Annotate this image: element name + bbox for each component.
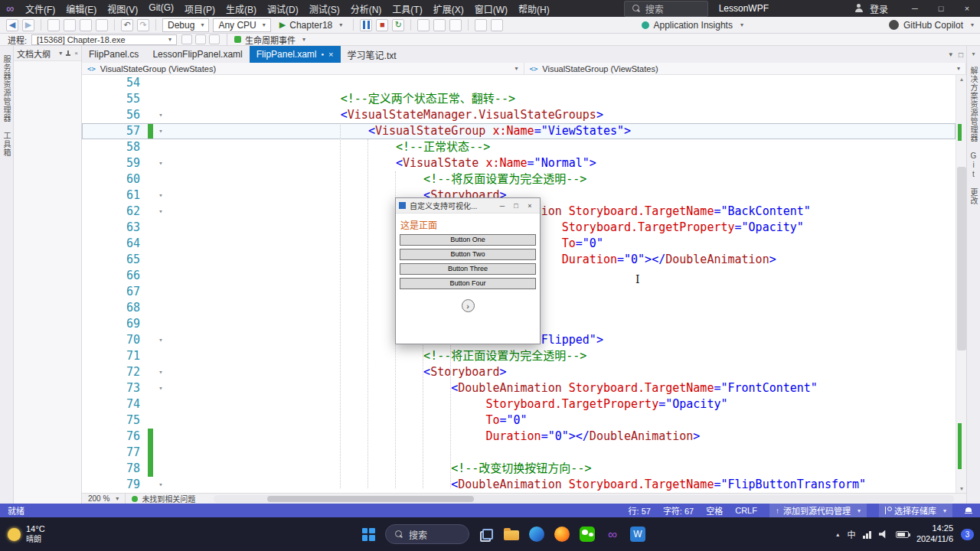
status-column[interactable]: 字符: 67 xyxy=(663,504,694,517)
visual-studio-button[interactable]: ∞ xyxy=(604,525,621,543)
lifecycle-events-dropdown[interactable]: 生命周期事件 ▾ xyxy=(234,34,305,46)
fold-arrow-icon[interactable]: ▾ xyxy=(153,332,168,348)
forward-icon[interactable]: ▶ xyxy=(22,19,34,31)
status-line[interactable]: 行: 57 xyxy=(629,504,651,517)
wpf-app-window[interactable]: 自定义支持可视化... ─□× 这是正面 Button OneButton Tw… xyxy=(395,197,541,344)
snapshot-icon[interactable] xyxy=(209,34,220,44)
menu-item[interactable]: 帮助(H) xyxy=(513,1,555,17)
horizontal-scrollbar[interactable] xyxy=(214,495,954,503)
fold-arrow-icon[interactable]: ▾ xyxy=(153,364,168,380)
clock[interactable]: 14:25 2024/11/6 xyxy=(916,523,953,545)
step-over-icon[interactable] xyxy=(433,19,446,31)
zoom-dropdown[interactable]: 200 % ▾ xyxy=(82,494,126,504)
restart-icon[interactable]: ↻ xyxy=(392,19,404,31)
weather-widget[interactable]: 14°C 晴朗 xyxy=(8,517,45,551)
menu-item[interactable]: 文件(F) xyxy=(20,1,60,17)
chevron-down-icon[interactable]: ▾ xyxy=(967,51,980,57)
side-tab[interactable]: Git 更改 xyxy=(968,152,979,205)
tab-list-chevron-icon[interactable]: ▾ xyxy=(949,51,952,58)
hot-reload-icon[interactable] xyxy=(491,19,503,31)
side-tab[interactable]: 解决方案资源管理器 xyxy=(968,67,979,142)
editor-tab[interactable]: 学习笔记.txt xyxy=(341,46,403,63)
status-eol[interactable]: CRLF xyxy=(735,506,757,515)
flip-button[interactable]: › xyxy=(462,299,475,312)
break-all-icon[interactable] xyxy=(195,34,206,44)
notifications-bell-icon[interactable] xyxy=(965,507,972,514)
wpf-button[interactable]: Button Three xyxy=(400,263,536,275)
scroll-down-icon[interactable]: ▾ xyxy=(956,485,966,492)
side-tab[interactable]: 工具箱 xyxy=(1,132,12,157)
select-repository-button[interactable]: 选择存储库 ▾ xyxy=(879,504,952,517)
scrollbar-thumb[interactable] xyxy=(267,496,474,502)
wpf-close-button[interactable]: × xyxy=(523,199,537,213)
wpf-minimize-button[interactable]: ─ xyxy=(495,199,509,213)
window-close-button[interactable]: × xyxy=(954,0,980,17)
solution-configurations-dropdown[interactable]: Debug▾ xyxy=(162,18,209,32)
fold-arrow-icon[interactable]: ▾ xyxy=(153,187,168,204)
wpf-button[interactable]: Button Four xyxy=(400,278,536,289)
notification-count-badge[interactable]: 3 xyxy=(961,529,974,540)
github-copilot-button[interactable]: GitHub Copilot ▾ xyxy=(889,20,974,31)
status-spaces[interactable]: 空格 xyxy=(706,504,723,517)
step-into-icon[interactable] xyxy=(417,19,430,31)
save-icon[interactable] xyxy=(80,19,92,31)
menu-item[interactable]: 项目(P) xyxy=(179,1,220,17)
ime-indicator[interactable]: 中 xyxy=(847,528,855,540)
wpf-window-titlebar[interactable]: 自定义支持可视化... ─□× xyxy=(396,198,540,214)
menu-item[interactable]: 生成(B) xyxy=(220,1,262,17)
browser-button[interactable] xyxy=(554,525,570,543)
file-explorer-button[interactable] xyxy=(503,525,520,543)
menu-item[interactable]: 工具(T) xyxy=(387,1,427,17)
live-visual-tree-icon[interactable] xyxy=(475,19,487,31)
fold-arrow-icon[interactable]: ▾ xyxy=(153,155,168,171)
window-maximize-button[interactable]: □ xyxy=(928,0,954,17)
pause-icon[interactable] xyxy=(360,19,372,31)
wechat-button[interactable] xyxy=(579,525,596,543)
pin-icon[interactable] xyxy=(65,51,71,57)
start-debugging-button[interactable]: ▶ Chapter18 ▾ xyxy=(275,20,348,31)
open-file-icon[interactable] xyxy=(64,19,76,31)
show-next-statement-icon[interactable] xyxy=(181,34,192,44)
redo-icon[interactable]: ↷ xyxy=(137,19,149,31)
word-button[interactable]: W xyxy=(629,525,646,543)
wpf-button[interactable]: Button Two xyxy=(400,249,536,260)
network-icon[interactable] xyxy=(863,530,871,539)
wpf-maximize-button[interactable]: □ xyxy=(509,199,523,213)
vertical-scrollbar[interactable]: ▴ ▾ xyxy=(956,75,966,493)
menu-item[interactable]: 窗口(W) xyxy=(469,1,513,17)
side-tab[interactable]: 服务器资源管理器 xyxy=(1,55,12,122)
edge-button[interactable] xyxy=(528,525,545,543)
menu-item[interactable]: 视图(V) xyxy=(102,1,143,17)
stop-icon[interactable]: ■ xyxy=(376,19,388,31)
process-dropdown[interactable]: [15368] Chapter-18.exe ▾ xyxy=(31,34,177,45)
add-to-source-control-button[interactable]: ↑ 添加到源代码管理 ▾ xyxy=(769,504,867,517)
start-button[interactable] xyxy=(360,525,377,543)
fold-arrow-icon[interactable]: ▾ xyxy=(153,204,168,220)
quick-search-box[interactable]: 搜索 xyxy=(624,1,708,17)
new-file-icon[interactable] xyxy=(47,19,60,31)
sign-in-link[interactable]: 登录 xyxy=(870,2,888,15)
navbar-element-dropdown-right[interactable]: <> VisualStateGroup (ViewStates) ▾ xyxy=(524,63,967,74)
save-all-icon[interactable] xyxy=(96,19,108,31)
menu-item[interactable]: 测试(S) xyxy=(304,1,345,17)
menu-item[interactable]: 分析(N) xyxy=(345,1,387,17)
step-out-icon[interactable] xyxy=(449,19,462,31)
hidden-icons-chevron[interactable]: ▴ xyxy=(836,531,839,538)
undo-icon[interactable]: ↶ xyxy=(121,19,133,31)
menu-item[interactable]: 编辑(E) xyxy=(60,1,102,17)
float-window-icon[interactable]: □ xyxy=(959,51,963,59)
editor-tab[interactable]: FlipPanel.cs xyxy=(82,46,145,63)
tab-close-icon[interactable]: × xyxy=(328,50,333,59)
user-account-icon[interactable] xyxy=(854,4,864,13)
menu-item[interactable]: 扩展(X) xyxy=(428,1,469,17)
menu-item[interactable]: Git(G) xyxy=(143,1,179,17)
application-insights-button[interactable]: Application Insights ▾ xyxy=(642,20,743,31)
fold-arrow-icon[interactable]: ▾ xyxy=(153,123,168,139)
close-icon[interactable]: × xyxy=(74,50,78,57)
volume-icon[interactable] xyxy=(879,530,888,539)
fold-arrow-icon[interactable]: ▾ xyxy=(153,380,168,396)
scrollbar-thumb[interactable] xyxy=(957,167,966,350)
window-minimize-button[interactable]: ─ xyxy=(902,0,928,17)
fold-arrow-icon[interactable]: ▾ xyxy=(153,107,168,123)
fold-arrow-icon[interactable]: ▾ xyxy=(153,477,168,493)
